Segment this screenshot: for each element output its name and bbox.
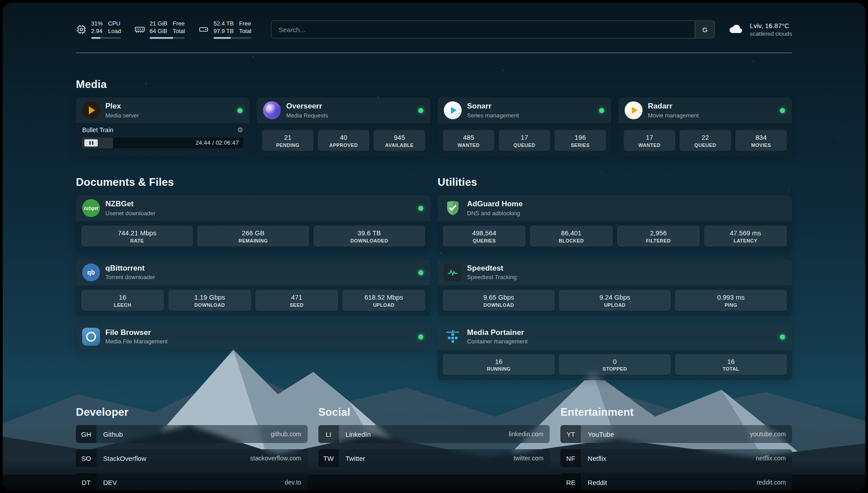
bookmark-name: Reddit <box>588 479 607 486</box>
cpu-icon <box>76 24 87 35</box>
memory-progress-track <box>150 37 185 39</box>
stat-wanted: 485 WANTED <box>443 130 494 151</box>
gear-icon[interactable]: ⚙ <box>238 126 243 134</box>
stat-label: PING <box>677 302 785 308</box>
status-dot <box>418 206 423 211</box>
stat-value: 0.993 ms <box>677 293 785 302</box>
bookmark-name: StackOverflow <box>103 455 146 462</box>
search-bar: G <box>271 21 715 38</box>
adguard-icon <box>444 199 462 217</box>
disk-icon <box>198 24 209 35</box>
card-speedtest[interactable]: Speedtest Speedtest Tracking 9.65 Gbps D… <box>438 259 792 316</box>
bookmark-stackoverflow[interactable]: SO StackOverflow stackoverflow.com <box>76 449 308 467</box>
stat-filtered: 2,956 FILTERED <box>617 226 700 246</box>
stat-label: UPLOAD <box>344 302 423 308</box>
bookmark-abbr: NF <box>560 449 581 467</box>
bookmark-url: stackoverflow.com <box>250 455 301 462</box>
section-heading-media: Media <box>76 78 792 91</box>
stat-queued: 22 QUEUED <box>680 130 731 151</box>
snow-particles <box>3 3 4 4</box>
search-provider-button[interactable]: G <box>695 21 714 38</box>
stat-value: 2,956 <box>619 229 698 238</box>
memory-free-value: 21 GiB <box>150 20 167 28</box>
memory-total-label: Total <box>173 28 185 35</box>
stat-label: DOWNLOAD <box>445 302 553 308</box>
stat-value: 16 <box>83 293 162 302</box>
stat-value: 945 <box>376 134 423 142</box>
stat-value: 21 <box>264 134 312 142</box>
service-title: qBittorrent <box>105 264 155 273</box>
now-playing-title: Bullet Train <box>82 126 113 134</box>
card-nzbget[interactable]: nzbget NZBGet Usenet downloader 744.21 M… <box>76 195 430 252</box>
card-plex[interactable]: Plex Media server Bullet Train ⚙ 24:44 /… <box>76 97 250 156</box>
stat-label: SEED <box>257 302 336 308</box>
stat-value: 39.6 TB <box>315 229 423 238</box>
filebrowser-icon <box>82 328 100 346</box>
bookmark-abbr: RE <box>560 473 581 490</box>
stat-label: DOWNLOAD <box>170 302 249 308</box>
speedtest-icon <box>444 263 462 281</box>
bookmark-linkedin[interactable]: LI LinkedIn linkedin.com <box>318 425 550 443</box>
service-title: Speedtest <box>467 264 517 273</box>
section-heading-developer: Developer <box>76 406 308 418</box>
bookmark-group-developer: Developer GH Github github.com SO StackO… <box>76 406 308 490</box>
bookmark-group-entertainment: Entertainment YT YouTube youtube.com NF … <box>560 406 792 490</box>
stat-label: BLOCKED <box>532 238 611 243</box>
bookmark-name: YouTube <box>588 430 614 438</box>
service-title: File Browser <box>105 328 167 337</box>
status-dot <box>238 108 242 113</box>
stat-seed: 471 SEED <box>255 290 338 311</box>
bookmark-netflix[interactable]: NF Netflix netflix.com <box>560 449 792 467</box>
stat-label: PENDING <box>264 142 312 148</box>
service-subtitle: Media server <box>105 112 139 119</box>
cpu-progress-track <box>91 37 121 39</box>
card-portainer[interactable]: Media Portainer Container management 16 … <box>438 324 792 380</box>
disk-free-value: 52.4 TB <box>213 20 234 28</box>
bookmark-name: Netflix <box>588 455 606 462</box>
bookmark-url: netflix.com <box>756 455 786 462</box>
dashboard-window: 31% CPU 2.94 Load <box>3 3 865 490</box>
bookmark-abbr: SO <box>76 449 96 467</box>
stat-label: WANTED <box>445 142 492 148</box>
memory-widget: 21 GiB Free 64 GiB Total <box>134 20 185 39</box>
stat-value: 834 <box>737 134 785 142</box>
bookmark-github[interactable]: GH Github github.com <box>76 425 308 443</box>
card-adguard[interactable]: AdGuard Home DNS and adblocking 498,564 … <box>438 195 792 252</box>
bookmark-name: Github <box>103 430 123 438</box>
card-overseerr[interactable]: Overseerr Media Requests 21 PENDING 40 A… <box>257 97 430 156</box>
stat-total: 16 TOTAL <box>675 354 787 375</box>
bookmark-youtube[interactable]: YT YouTube youtube.com <box>560 425 792 443</box>
nzbget-icon-text: nzbget <box>84 206 98 211</box>
card-qbittorrent[interactable]: qb qBittorrent Torrent downloader 16 <box>76 259 430 316</box>
card-sonarr[interactable]: Sonarr Series management 485 WANTED 17 Q… <box>438 97 611 156</box>
playback-progress-bar[interactable]: 24:44 / 02:06:47 <box>82 138 243 148</box>
bookmark-reddit[interactable]: RE Reddit reddit.com <box>560 473 792 490</box>
stat-label: REMAINING <box>199 238 307 243</box>
stat-label: RATE <box>83 238 191 243</box>
service-title: NZBGet <box>105 200 155 209</box>
card-filebrowser[interactable]: File Browser Media File Management <box>76 324 430 350</box>
cpu-usage-label: CPU <box>108 20 121 28</box>
bookmark-dev[interactable]: DT DEV dev.to <box>76 473 308 490</box>
section-heading-utilities: Utilities <box>438 176 792 188</box>
cpu-load-label: Load <box>108 28 121 35</box>
service-title: Radarr <box>648 102 699 111</box>
cpu-progress-fill <box>91 37 100 39</box>
bookmark-abbr: GH <box>76 425 96 443</box>
disk-progress-track <box>213 37 251 39</box>
bookmark-abbr: DT <box>76 473 96 490</box>
stat-label: DOWNLOADED <box>315 238 423 243</box>
stat-leech: 16 LEECH <box>81 290 164 311</box>
bookmark-twitter[interactable]: TW Twitter twitter.com <box>318 449 550 467</box>
stat-value: 86,401 <box>532 229 611 238</box>
status-dot <box>780 108 785 113</box>
stat-value: 196 <box>556 134 604 142</box>
pause-icon[interactable] <box>84 139 98 146</box>
bookmark-name: Twitter <box>346 455 365 462</box>
stat-label: SERIES <box>556 142 604 148</box>
stat-value: 498,564 <box>445 229 524 238</box>
bookmark-group-social: Social LI LinkedIn linkedin.com TW Twitt… <box>318 406 550 473</box>
stat-blocked: 86,401 BLOCKED <box>530 226 613 246</box>
card-radarr[interactable]: Radarr Movie management 17 WANTED 22 QUE… <box>618 97 792 156</box>
search-input[interactable] <box>271 21 715 38</box>
